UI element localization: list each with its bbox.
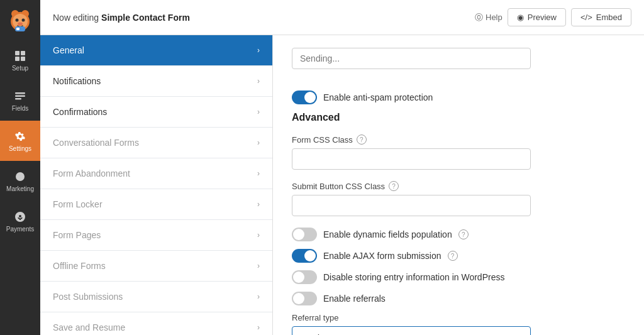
- menu-item-notifications[interactable]: Notifications ›: [40, 66, 272, 97]
- payments-icon: [14, 211, 26, 223]
- svg-rect-13: [15, 92, 25, 94]
- dynamic-row: Enable dynamic fields population ?: [292, 228, 625, 241]
- sidebar-item-settings[interactable]: Settings: [0, 121, 40, 161]
- form-css-input[interactable]: [292, 148, 531, 170]
- sidebar-item-payments-label: Payments: [6, 226, 34, 233]
- chevron-right-icon-conversational: ›: [257, 138, 260, 147]
- code-icon: </>: [580, 13, 592, 22]
- menu-item-post-submissions-label: Post Submissions: [53, 292, 123, 302]
- menu-item-form-locker[interactable]: Form Locker ›: [40, 189, 272, 220]
- settings-icon: [14, 130, 26, 143]
- menu-item-offline-forms[interactable]: Offline Forms ›: [40, 251, 272, 282]
- app-logo: [0, 0, 40, 40]
- menu-item-form-abandonment-label: Form Abandonment: [53, 168, 130, 178]
- sending-field-group: [292, 48, 625, 79]
- referral-type-group: Referral type Lead Contact Opportunity: [292, 313, 625, 335]
- submit-css-input[interactable]: [292, 195, 531, 216]
- chevron-right-icon-post-submissions: ›: [257, 292, 260, 301]
- preview-label: Preview: [528, 13, 557, 22]
- chevron-right-icon-pages: ›: [257, 231, 260, 239]
- preview-button[interactable]: ◉ Preview: [508, 8, 566, 26]
- embed-label: Embed: [596, 13, 622, 22]
- marketing-icon: [14, 170, 26, 183]
- form-css-group: Form CSS Class ?: [292, 135, 625, 170]
- referral-type-select[interactable]: Lead Contact Opportunity: [292, 326, 531, 335]
- ajax-help-icon[interactable]: ?: [448, 251, 458, 261]
- referrals-toggle[interactable]: [292, 292, 317, 305]
- topbar: Now editing Simple Contact Form ⓪ Help ◉…: [40, 0, 644, 35]
- eye-icon: ◉: [517, 13, 524, 22]
- menu-item-conversational-forms[interactable]: Conversational Forms ›: [40, 128, 272, 158]
- antispam-row: Enable anti-spam protection: [292, 91, 625, 104]
- svg-point-5: [22, 19, 25, 22]
- submit-css-label: Submit Button CSS Class ?: [292, 181, 625, 191]
- storing-label: Disable storing entry information in Wor…: [323, 272, 504, 282]
- svg-rect-8: [16, 28, 19, 30]
- chevron-right-icon-save-resume: ›: [257, 323, 260, 332]
- menu-item-general[interactable]: General ›: [40, 35, 272, 66]
- sidebar-item-marketing[interactable]: Marketing: [0, 161, 40, 201]
- menu-panel: General › Notifications › Confirmations …: [40, 35, 273, 335]
- sidebar-item-fields[interactable]: Fields: [0, 80, 40, 121]
- menu-item-form-abandonment[interactable]: Form Abandonment ›: [40, 158, 272, 189]
- topbar-actions: ⓪ Help ◉ Preview </> Embed: [475, 8, 631, 26]
- menu-item-save-and-resume-label: Save and Resume: [53, 322, 125, 332]
- menu-item-form-locker-label: Form Locker: [53, 199, 103, 209]
- sidebar: Setup Fields Settings Marketing Payments: [0, 0, 40, 335]
- form-css-label-text: Form CSS Class: [292, 135, 353, 145]
- menu-item-notifications-label: Notifications: [53, 76, 101, 86]
- chevron-right-icon-abandonment: ›: [257, 169, 260, 178]
- main-container: Now editing Simple Contact Form ⓪ Help ◉…: [40, 0, 644, 335]
- svg-rect-11: [15, 57, 19, 61]
- sending-input[interactable]: [292, 48, 531, 69]
- form-css-help-icon[interactable]: ?: [357, 135, 367, 145]
- advanced-heading: Advanced: [292, 112, 625, 123]
- chevron-right-icon-locker: ›: [257, 200, 260, 209]
- submit-css-help-icon[interactable]: ?: [389, 181, 399, 191]
- dynamic-toggle[interactable]: [292, 228, 317, 241]
- sidebar-item-settings-label: Settings: [9, 145, 31, 152]
- question-circle-icon: ⓪: [475, 12, 483, 23]
- menu-item-form-pages[interactable]: Form Pages ›: [40, 220, 272, 251]
- embed-button[interactable]: </> Embed: [571, 8, 631, 26]
- referral-type-select-wrapper: Lead Contact Opportunity: [292, 326, 531, 335]
- ajax-label: Enable AJAX form submission: [323, 251, 441, 261]
- bear-logo-icon: [8, 8, 33, 33]
- submit-css-label-text: Submit Button CSS Class: [292, 182, 385, 191]
- sidebar-item-setup-label: Setup: [12, 65, 28, 72]
- referrals-row: Enable referrals: [292, 292, 625, 305]
- chevron-right-icon-confirmations: ›: [257, 107, 260, 116]
- svg-rect-10: [21, 51, 25, 55]
- antispam-label: Enable anti-spam protection: [323, 92, 433, 102]
- sidebar-item-setup[interactable]: Setup: [0, 40, 40, 80]
- editing-prefix: Now editing: [53, 13, 99, 23]
- sidebar-item-payments[interactable]: Payments: [0, 201, 40, 241]
- menu-item-conversational-forms-label: Conversational Forms: [53, 138, 139, 148]
- help-button[interactable]: ⓪ Help: [475, 12, 502, 23]
- form-css-label: Form CSS Class ?: [292, 135, 625, 145]
- fields-icon: [14, 90, 26, 102]
- svg-point-6: [18, 23, 23, 26]
- storing-row: Disable storing entry information in Wor…: [292, 270, 625, 284]
- referrals-label: Enable referrals: [323, 294, 386, 304]
- menu-item-post-submissions[interactable]: Post Submissions ›: [40, 282, 272, 312]
- menu-item-confirmations[interactable]: Confirmations ›: [40, 97, 272, 128]
- antispam-toggle[interactable]: [292, 91, 317, 104]
- ajax-toggle[interactable]: [292, 249, 317, 263]
- content-area: General › Notifications › Confirmations …: [40, 35, 644, 335]
- menu-item-save-and-resume[interactable]: Save and Resume ›: [40, 312, 272, 335]
- submit-css-group: Submit Button CSS Class ?: [292, 181, 625, 216]
- svg-rect-9: [15, 51, 19, 55]
- svg-rect-12: [21, 57, 25, 61]
- help-label: Help: [486, 13, 502, 22]
- menu-item-confirmations-label: Confirmations: [53, 107, 107, 117]
- dynamic-help-icon[interactable]: ?: [458, 229, 469, 239]
- dynamic-label: Enable dynamic fields population: [323, 229, 452, 239]
- grid-icon: [14, 50, 26, 62]
- ajax-row: Enable AJAX form submission ?: [292, 249, 625, 263]
- chevron-right-icon-general: ›: [257, 46, 260, 55]
- referral-type-label: Referral type: [292, 313, 625, 322]
- svg-rect-14: [15, 95, 25, 97]
- menu-item-form-pages-label: Form Pages: [53, 230, 101, 240]
- storing-toggle[interactable]: [292, 270, 317, 284]
